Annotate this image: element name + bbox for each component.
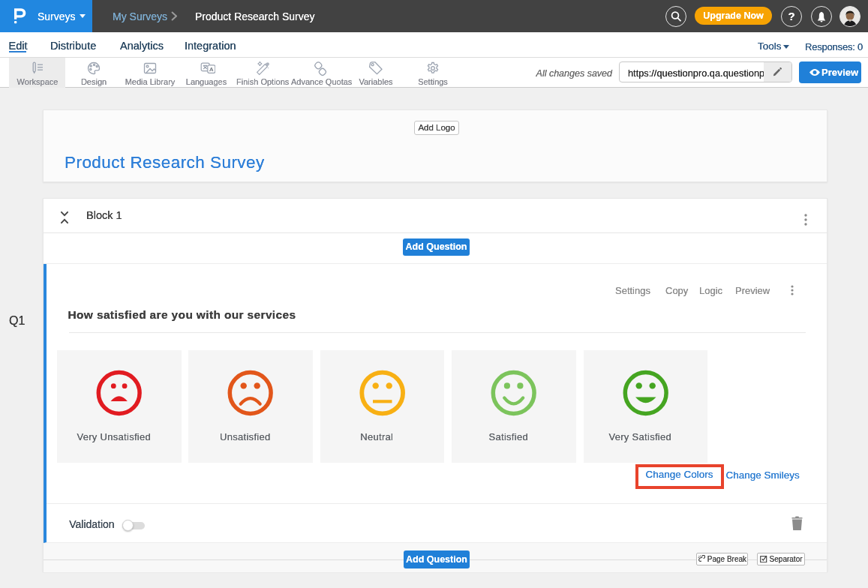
svg-text:A: A	[209, 66, 213, 73]
